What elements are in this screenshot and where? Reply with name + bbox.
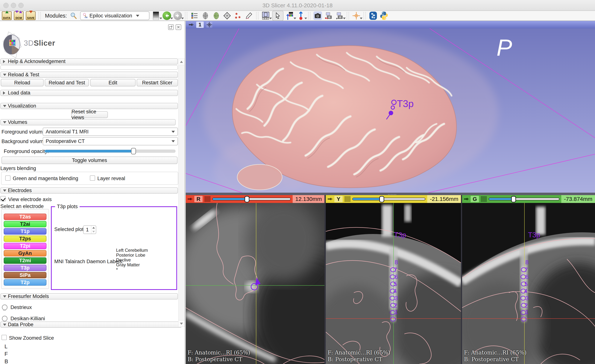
layout-list-icon[interactable] [190, 11, 199, 20]
layer-reveal-checkbox[interactable] [90, 175, 95, 181]
mouse-pointer-icon[interactable] [272, 11, 283, 21]
red-slice-view[interactable]: R 12.130mm [186, 195, 325, 364]
module-forward-icon[interactable] [173, 11, 182, 20]
layout-window-icon[interactable] [261, 11, 270, 20]
module-history-icon[interactable] [152, 11, 160, 20]
slider-handle[interactable] [131, 148, 136, 154]
module-back-icon[interactable] [163, 11, 171, 20]
place-fiducial-icon[interactable] [297, 11, 305, 20]
load-data-button[interactable]: DATA [2, 11, 12, 20]
section-data-probe[interactable]: Data Probe [0, 322, 182, 328]
module-search-icon[interactable] [69, 11, 78, 20]
extensions-icon[interactable] [369, 11, 377, 20]
electrode-button-t2as[interactable]: T2as [4, 214, 46, 220]
view3d-viewport[interactable]: P T3p [186, 28, 595, 193]
restart-slicer-button[interactable]: Restart Slicer [137, 79, 178, 86]
green-slice-image[interactable]: T3p 8 7 6 5 4 3 2 1 F: Anatomic...RI (65… [462, 203, 595, 364]
electrode-button-t2p[interactable]: T2p [4, 279, 46, 286]
foreground-opacity-slider[interactable] [45, 150, 175, 153]
electrode-button-t1p[interactable]: T1p [4, 228, 46, 234]
yellow-slice-letter[interactable]: Y [334, 196, 343, 202]
pin-icon[interactable] [327, 197, 333, 201]
cube-icon[interactable] [201, 11, 210, 20]
ellipsoid-icon[interactable] [212, 11, 220, 20]
electrode-button-t3p[interactable]: T3p [4, 265, 46, 271]
foreground-overlay-text: F: Anatomic...RI (65%) [464, 350, 526, 356]
electrode-button-t2ps[interactable]: T2ps [4, 235, 46, 242]
slider-handle[interactable] [379, 196, 384, 202]
freesurfer-item-desikan[interactable]: Desikan-Killiani [10, 316, 45, 322]
undock-panel-icon[interactable] [168, 24, 174, 30]
pin-icon[interactable] [464, 197, 469, 201]
adjust-window-level-icon[interactable] [286, 11, 294, 20]
electrode-button-t2pi[interactable]: T2pi [4, 243, 46, 249]
slice-visibility-icon[interactable] [345, 196, 350, 202]
chevron-down-icon [3, 324, 6, 326]
section-volumes[interactable]: Volumes [0, 119, 176, 125]
visibility-icon[interactable] [2, 304, 7, 310]
freesurfer-item-destrieux[interactable]: Destrieux [10, 304, 32, 310]
module-selector[interactable]: KW Epiloc visualization [80, 11, 149, 20]
screenshot-icon[interactable] [313, 11, 322, 20]
section-electrodes[interactable]: Electrodes [0, 187, 178, 194]
spin-down-icon[interactable] [91, 230, 96, 234]
close-panel-icon[interactable] [176, 24, 181, 30]
electrode-label-3d: T3p [397, 98, 414, 109]
fiducial-cluster-icon[interactable] [234, 11, 242, 20]
red-slice-slider[interactable] [212, 198, 291, 200]
section-help[interactable]: Help & Acknowledgement [0, 58, 178, 65]
restore-scene-view-icon[interactable] [335, 11, 344, 20]
visibility-icon[interactable] [2, 316, 7, 321]
background-volume-selector[interactable]: Postoperative CT [43, 137, 178, 145]
view-electrode-axis-checkbox[interactable] [0, 196, 6, 201]
yellow-slice-view[interactable]: Y -21.156mm [326, 195, 461, 364]
foreground-volume-selector[interactable]: Anatomical T1 MRI [43, 128, 178, 136]
panel-scrollbar[interactable] [178, 58, 184, 327]
section-reload-test[interactable]: Reload & Test [0, 72, 178, 78]
green-slice-letter[interactable]: G [471, 196, 479, 202]
mesh-icon[interactable] [223, 11, 231, 20]
edit-button[interactable]: Edit [90, 79, 135, 86]
selected-plot-spinbox[interactable]: 1 [83, 225, 96, 234]
show-zoomed-slice-checkbox[interactable] [1, 335, 7, 340]
save-button[interactable]: SAVE [26, 11, 35, 20]
view3d-crosshair-icon[interactable] [206, 22, 212, 28]
module-panel: 3DSlicer Help & Acknowledgement Reload &… [0, 21, 184, 364]
section-load-data[interactable]: Load data [0, 90, 178, 96]
scroll-down-icon[interactable] [178, 320, 184, 327]
pen-icon[interactable] [245, 11, 253, 20]
electrode-button-t2mi[interactable]: T2mi [4, 257, 46, 264]
electrode-button-gyan[interactable]: GyAn [4, 250, 46, 256]
pin-icon[interactable] [188, 23, 194, 27]
reset-slice-views-button[interactable]: Reset slice views [71, 111, 108, 118]
red-slice-image[interactable]: F: Anatomic...RI (65%) B: Postoperative … [186, 203, 325, 364]
view-splitter[interactable]: •••••• [186, 193, 595, 195]
view3d-tab[interactable]: 1 [196, 21, 204, 28]
green-slice-offset: -73.874mm [561, 195, 595, 203]
scene-view-icon[interactable] [324, 11, 333, 20]
green-slice-view[interactable]: G -73.874mm [462, 195, 595, 364]
toggle-volumes-button[interactable]: Toggle volumes [1, 157, 177, 164]
pin-icon[interactable] [187, 197, 192, 201]
reload-and-test-button[interactable]: Reload and Test [45, 79, 89, 86]
red-slice-letter[interactable]: R [194, 196, 203, 202]
load-dicom-button[interactable]: DCM [14, 11, 24, 20]
section-freesurfer[interactable]: Freesurfer Models [0, 293, 178, 299]
green-magenta-checkbox[interactable] [5, 175, 10, 181]
reload-button[interactable]: Reload [1, 79, 44, 86]
electrode-button-sipa[interactable]: SiPa [4, 272, 46, 278]
slice-visibility-icon[interactable] [205, 196, 210, 202]
electrode-button-t2ai[interactable]: T2ai [4, 221, 46, 227]
section-visualization[interactable]: Visualization [0, 103, 178, 109]
slice-visibility-icon[interactable] [481, 196, 487, 202]
spin-up-icon[interactable] [91, 226, 96, 230]
slider-handle[interactable] [511, 196, 516, 202]
scroll-up-icon[interactable] [178, 59, 184, 65]
yellow-slice-image[interactable]: T3p 8 7 6 5 4 3 2 1 F: Anatomic...RI (65… [326, 203, 461, 364]
crosshair-icon[interactable] [352, 11, 361, 20]
slice-splitter[interactable] [325, 195, 326, 364]
yellow-slice-slider[interactable] [352, 198, 425, 200]
python-icon[interactable] [380, 11, 388, 20]
green-slice-slider[interactable] [489, 198, 560, 200]
slider-handle[interactable] [245, 196, 249, 202]
